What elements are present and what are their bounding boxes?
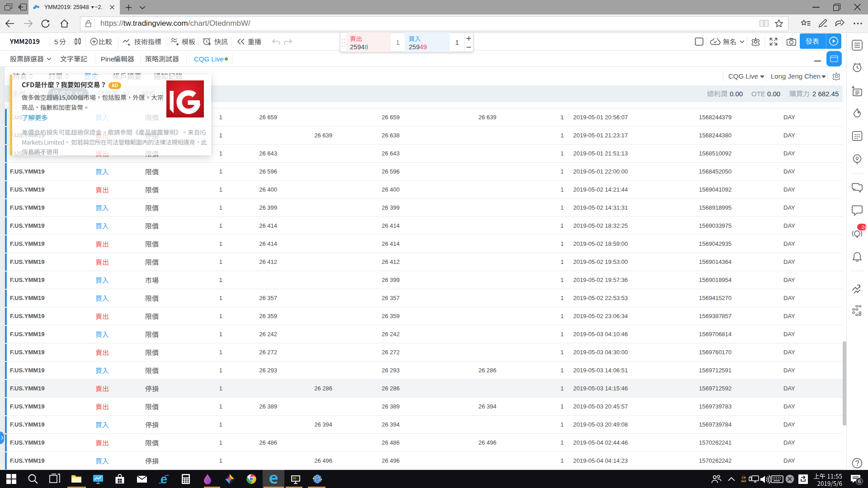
svg-text:99: 99 (292, 477, 296, 480)
